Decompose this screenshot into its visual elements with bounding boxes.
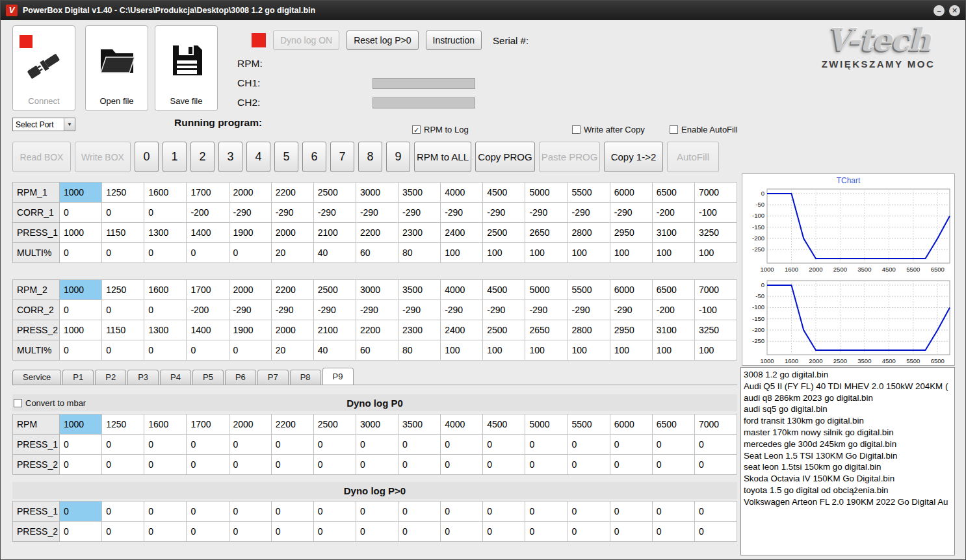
- digit-button-1[interactable]: 1: [163, 142, 187, 172]
- grid-cell[interactable]: 2650: [525, 320, 568, 340]
- tab-p6[interactable]: P6: [225, 370, 256, 385]
- digit-button-2[interactable]: 2: [190, 142, 215, 172]
- grid-cell[interactable]: -200: [652, 203, 694, 223]
- convert-to-mbar-checkbox[interactable]: Convert to mbar: [14, 398, 86, 408]
- grid-cell[interactable]: 1600: [144, 414, 187, 435]
- grid-cell[interactable]: 3000: [356, 414, 398, 435]
- grid-cell[interactable]: 0: [271, 435, 313, 455]
- grid-cell[interactable]: 80: [398, 340, 441, 361]
- grid-cell[interactable]: 0: [610, 522, 652, 542]
- grid-cell[interactable]: 0: [441, 502, 483, 522]
- grid-cell[interactable]: 1250: [102, 280, 144, 300]
- grid-cell[interactable]: 100: [652, 340, 694, 361]
- tab-p2[interactable]: P2: [95, 370, 126, 385]
- grid-cell[interactable]: 1900: [229, 223, 271, 243]
- grid-cell[interactable]: 1900: [229, 320, 271, 340]
- grid-cell[interactable]: 0: [568, 455, 610, 475]
- file-list-item[interactable]: seat leon 1.5tsi 150km go digital.bin: [744, 461, 954, 473]
- grid-cell[interactable]: 2500: [313, 280, 356, 300]
- grid-cell[interactable]: -100: [694, 300, 737, 320]
- grid-cell[interactable]: -290: [525, 300, 568, 320]
- grid-cell[interactable]: 1250: [102, 183, 144, 203]
- grid-cell[interactable]: -290: [398, 203, 441, 223]
- grid-cell[interactable]: 0: [271, 502, 313, 522]
- reset-log-button[interactable]: Reset log P>0: [346, 31, 418, 50]
- grid-cell[interactable]: 0: [60, 340, 102, 361]
- file-list-item[interactable]: audi q8 286km 2023 go digital.bin: [744, 392, 954, 404]
- grid-cell[interactable]: 0: [610, 435, 652, 455]
- grid-cell[interactable]: 100: [610, 340, 652, 361]
- grid-cell[interactable]: 100: [610, 243, 652, 263]
- grid-cell[interactable]: 2500: [313, 183, 356, 203]
- file-list-item[interactable]: mercedes gle 300d 245km go digital.bin: [744, 439, 954, 450]
- grid-cell[interactable]: 2650: [525, 223, 568, 243]
- grid-cell[interactable]: 4000: [441, 414, 483, 435]
- digit-button-5[interactable]: 5: [274, 142, 298, 172]
- grid-cell[interactable]: 100: [525, 340, 568, 361]
- grid-cell[interactable]: 0: [102, 300, 144, 320]
- grid-cell[interactable]: 2950: [610, 223, 652, 243]
- grid-cell[interactable]: 4500: [483, 414, 525, 435]
- grid-cell[interactable]: 60: [356, 340, 398, 361]
- grid-cell[interactable]: 0: [568, 435, 610, 455]
- grid-cell[interactable]: 100: [483, 243, 525, 263]
- grid-cell[interactable]: 2200: [271, 183, 313, 203]
- grid-cell[interactable]: 0: [144, 455, 187, 475]
- copy-1-to-2-button[interactable]: Copy 1->2: [604, 142, 663, 172]
- grid-cell[interactable]: 0: [356, 502, 398, 522]
- grid-cell[interactable]: 1000: [60, 320, 102, 340]
- grid-cell[interactable]: 0: [144, 300, 187, 320]
- grid-cell[interactable]: 2400: [441, 223, 483, 243]
- grid-cell[interactable]: 0: [229, 455, 271, 475]
- grid-cell[interactable]: 0: [652, 502, 694, 522]
- grid-cell[interactable]: 0: [568, 502, 610, 522]
- grid-cell[interactable]: 5500: [568, 414, 610, 435]
- grid-cell[interactable]: 0: [313, 435, 356, 455]
- grid-cell[interactable]: 0: [60, 502, 102, 522]
- grid-cell[interactable]: 60: [356, 243, 398, 263]
- grid-cell[interactable]: 0: [483, 522, 525, 542]
- select-port-dropdown[interactable]: Select Port ▼: [12, 118, 75, 131]
- file-list-item[interactable]: master 170km nowy silnik go digital.bin: [744, 427, 954, 439]
- grid-cell[interactable]: 100: [652, 243, 694, 263]
- grid-cell[interactable]: 100: [483, 340, 525, 361]
- grid-cell[interactable]: 0: [229, 340, 271, 361]
- digit-button-0[interactable]: 0: [135, 142, 159, 172]
- rpm-to-all-button[interactable]: RPM to ALL: [414, 142, 471, 172]
- connect-button[interactable]: Connect: [12, 25, 75, 111]
- grid-cell[interactable]: -200: [652, 300, 694, 320]
- grid-cell[interactable]: 2000: [229, 414, 271, 435]
- grid-cell[interactable]: 0: [610, 455, 652, 475]
- grid-cell[interactable]: 0: [483, 502, 525, 522]
- grid-cell[interactable]: 2000: [271, 320, 313, 340]
- grid-cell[interactable]: 0: [144, 522, 187, 542]
- grid-cell[interactable]: 0: [610, 502, 652, 522]
- grid-cell[interactable]: -290: [525, 203, 568, 223]
- save-file-button[interactable]: Save file: [155, 25, 218, 111]
- grid-cell[interactable]: 0: [102, 522, 144, 542]
- grid-cell[interactable]: 0: [398, 455, 441, 475]
- grid-cell[interactable]: 0: [441, 435, 483, 455]
- grid-cell[interactable]: 2800: [568, 320, 610, 340]
- grid-cell[interactable]: 5000: [525, 183, 568, 203]
- grid-cell[interactable]: -200: [187, 203, 229, 223]
- grid-cell[interactable]: 4500: [483, 183, 525, 203]
- grid-cell[interactable]: -290: [229, 300, 271, 320]
- grid-cell[interactable]: 0: [229, 502, 271, 522]
- grid-cell[interactable]: 0: [694, 522, 737, 542]
- grid-cell[interactable]: 5500: [568, 280, 610, 300]
- grid-cell[interactable]: 0: [398, 435, 441, 455]
- grid-cell[interactable]: 2500: [313, 414, 356, 435]
- grid-cell[interactable]: 1300: [144, 223, 187, 243]
- grid-cell[interactable]: 2100: [313, 320, 356, 340]
- grid-cell[interactable]: 5000: [525, 414, 568, 435]
- grid-cell[interactable]: 0: [525, 435, 568, 455]
- grid-cell[interactable]: 0: [525, 455, 568, 475]
- grid-cell[interactable]: 20: [271, 243, 313, 263]
- grid-cell[interactable]: 0: [60, 203, 102, 223]
- grid-cell[interactable]: 2200: [271, 280, 313, 300]
- grid-cell[interactable]: 0: [229, 243, 271, 263]
- grid-cell[interactable]: 2800: [568, 223, 610, 243]
- grid-cell[interactable]: 3250: [694, 320, 737, 340]
- grid-cell[interactable]: 40: [313, 340, 356, 361]
